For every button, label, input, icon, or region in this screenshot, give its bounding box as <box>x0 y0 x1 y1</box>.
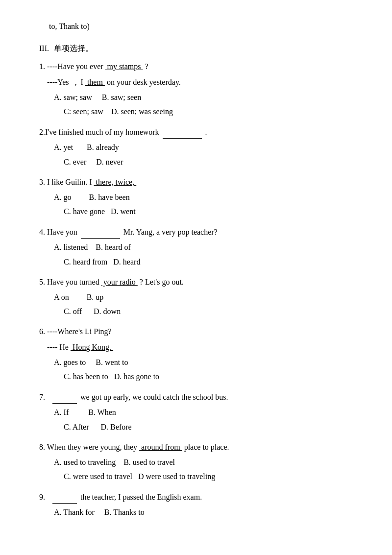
question-2-line1: 2.I've finished much of my homework . <box>39 125 363 139</box>
q1-options-row1: A. saw; saw B. saw; seen <box>39 91 363 104</box>
q5-options-row1: A on B. up <box>39 290 363 304</box>
q1-blank2: them <box>85 78 105 86</box>
q5-text1: 5. Have you turned <box>39 278 99 286</box>
q7-options-row2: C. After D. Before <box>39 420 363 434</box>
question-4-line1: 4. Have yon Mr. Yang, a very pop teacher… <box>39 225 363 239</box>
q4-optA: A. listened B. heard of <box>54 243 131 251</box>
q7-optA: A. If B. When <box>54 408 116 416</box>
q2-optA: A. yet B. already <box>54 143 119 151</box>
q1-optC: C: seen; saw D. seen; was seeing <box>64 107 173 116</box>
q8-options-row2: C. were used to travel D were used to tr… <box>39 470 363 483</box>
question-7-line1: 7. we got up early, we could catch the s… <box>39 390 363 404</box>
q2-blank1 <box>163 125 202 139</box>
question-9-line1: 9. the teacher, I passed the English exa… <box>39 490 363 504</box>
q8-optA: A. used to traveling B. used to travel <box>54 458 175 466</box>
q4-optC: C. heard from D. heard <box>64 258 140 266</box>
q9-number: 9. <box>39 493 49 501</box>
q2-optC: C. ever D. never <box>64 158 123 166</box>
q6-blank1: Hong Kong. <box>71 343 113 351</box>
q2-text2: . <box>205 128 207 136</box>
q4-options-row2: C. heard from D. heard <box>39 255 363 268</box>
q5-optC: C. off D. down <box>64 307 121 315</box>
question-1-line1: 1. ----Have you ever my stamps ? <box>39 60 363 73</box>
q1-text1: 1. ----Have you ever <box>39 62 103 71</box>
question-7: 7. we got up early, we could catch the s… <box>39 390 363 434</box>
q4-options-row1: A. listened B. heard of <box>39 241 363 254</box>
q8-text2: place to place. <box>184 443 229 451</box>
q3-blank1: there, twice, <box>94 178 137 186</box>
section-number: III. <box>39 42 49 55</box>
question-2: 2.I've finished much of my homework . A.… <box>39 125 363 169</box>
q5-text2: ? Let's go out. <box>140 278 184 286</box>
q7-options-row1: A. If B. When <box>39 406 363 419</box>
q1-options-row2: C: seen; saw D. seen; was seeing <box>39 105 363 118</box>
question-5-line1: 5. Have you turned your radio ? Let's go… <box>39 275 363 289</box>
question-4: 4. Have yon Mr. Yang, a very pop teacher… <box>39 225 363 268</box>
q5-optA: A on B. up <box>54 293 103 301</box>
q1-optA: A. saw; saw B. saw; seen <box>54 93 141 101</box>
q3-options-row1: A. go B. have been <box>39 191 363 204</box>
q4-text2: Mr. Yang, a very pop teacher? <box>123 228 218 236</box>
q9-blank1 <box>52 490 77 504</box>
question-6: 6. ----Where's Li Ping? ---- He Hong Kon… <box>39 325 363 383</box>
q7-text1: we got up early, we could catch the scho… <box>80 393 228 401</box>
q6-optC: C. has been to D. has gone to <box>64 372 159 381</box>
q1-blank1: my stamps <box>105 62 143 71</box>
q5-options-row2: C. off D. down <box>39 305 363 318</box>
q1-text3: on your desk yesterday. <box>107 78 181 86</box>
question-9: 9. the teacher, I passed the English exa… <box>39 490 363 519</box>
q6-text1: 6. ----Where's Li Ping? <box>39 327 112 336</box>
q7-blank1 <box>52 390 77 404</box>
q8-optC: C. were used to travel D were used to tr… <box>64 472 215 481</box>
question-1: 1. ----Have you ever my stamps ? ----Yes… <box>39 60 363 118</box>
q6-sub1: ---- He <box>47 343 69 351</box>
question-1-line2: ----Yes , I them on your desk yesterday. <box>39 75 363 89</box>
intro-text: to, Thank to) <box>49 22 90 30</box>
question-6-line2: ---- He Hong Kong. <box>39 340 363 354</box>
q8-blank1: around from <box>139 443 182 451</box>
question-8: 8. When they were young, they around fro… <box>39 440 363 483</box>
question-6-line1: 6. ----Where's Li Ping? <box>39 325 363 338</box>
section-header: III. 单项选择。 <box>39 42 363 55</box>
q4-blank1 <box>81 225 120 239</box>
q1-sub1: ----Yes , I <box>47 78 83 86</box>
q7-optC: C. After D. Before <box>64 423 132 431</box>
q6-options-row1: A. goes to B. went to <box>39 356 363 369</box>
q6-options-row2: C. has been to D. has gone to <box>39 370 363 383</box>
q9-text1: the teacher, I passed the English exam. <box>80 493 202 501</box>
q6-optA: A. goes to B. went to <box>54 358 128 366</box>
question-8-line1: 8. When they were young, they around fro… <box>39 440 363 454</box>
q3-optA: A. go B. have been <box>54 193 130 201</box>
q2-text1: 2.I've finished much of my homework <box>39 128 159 136</box>
q8-text1: 8. When they were young, they <box>39 443 137 451</box>
q4-text1: 4. Have yon <box>39 228 77 236</box>
q3-options-row2: C. have gone D. went <box>39 205 363 218</box>
q8-options-row1: A. used to traveling B. used to travel <box>39 456 363 469</box>
q7-number: 7. <box>39 393 49 401</box>
question-3: 3. I like Guilin. I there, twice, A. go … <box>39 175 363 218</box>
question-5: 5. Have you turned your radio ? Let's go… <box>39 275 363 318</box>
q1-text2: ? <box>145 62 148 71</box>
q2-options-row1: A. yet B. already <box>39 141 363 154</box>
section-label: 单项选择。 <box>54 42 93 55</box>
q3-text1: 3. I like Guilin. I <box>39 178 92 186</box>
q5-blank1: your radio <box>101 278 138 286</box>
intro-line: to, Thank to) <box>39 20 363 33</box>
q9-optA: A. Thank for B. Thanks to <box>54 508 145 516</box>
q2-options-row2: C. ever D. never <box>39 155 363 169</box>
q9-options-row1: A. Thank for B. Thanks to <box>39 506 363 519</box>
q3-optC: C. have gone D. went <box>64 207 136 216</box>
question-3-line1: 3. I like Guilin. I there, twice, <box>39 175 363 189</box>
